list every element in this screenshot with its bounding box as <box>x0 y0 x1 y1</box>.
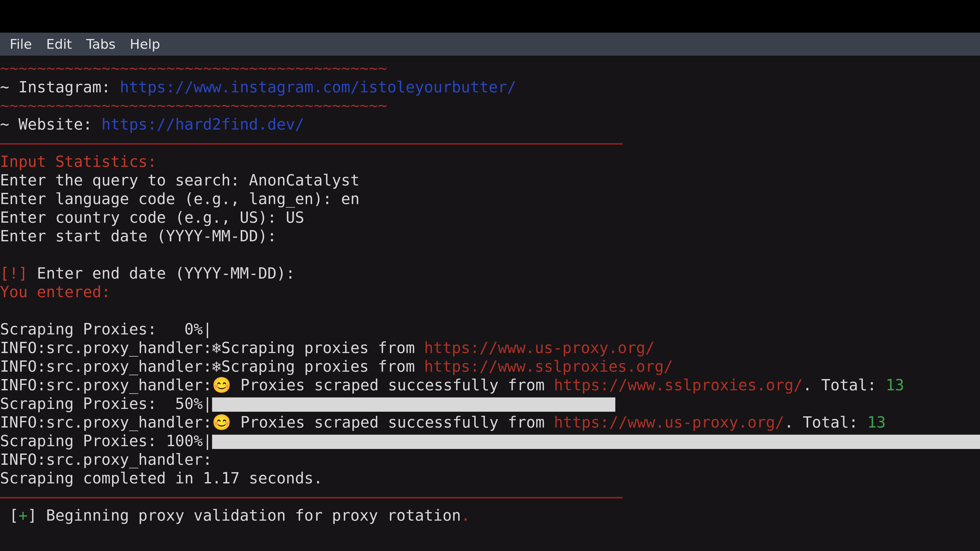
proxy-url-4: https://www.us-proxy.org/ <box>554 413 784 431</box>
scrape-completed: Scraping completed in 1.17 seconds. <box>0 469 980 487</box>
terminal-area[interactable]: ~~~~~~~~~~~~~~~~~~~~~~~~~~~~~~~~~~~~~~~~… <box>0 56 980 551</box>
divider-line <box>0 134 980 152</box>
log-line: INFO:src.proxy_handler:😊 Proxies scraped… <box>0 376 980 394</box>
menu-file[interactable]: File <box>3 34 39 54</box>
progress-bar-50 <box>212 397 615 412</box>
website-line: ~ Website: https://hard2find.dev/ <box>0 115 980 134</box>
menu-bar: File Edit Tabs Help <box>0 33 980 56</box>
progress-100: Scraping Proxies: 100%| <box>0 432 980 450</box>
prompt-start-date: Enter start date (YYYY-MM-DD): <box>0 227 980 245</box>
website-link[interactable]: https://hard2find.dev/ <box>101 115 304 133</box>
proxy-total-2: 13 <box>867 413 886 431</box>
progress-bar-100 <box>212 435 980 449</box>
proxy-url-3: https://www.sslproxies.org/ <box>554 376 803 394</box>
prompt-end-date: [!] Enter end date (YYYY-MM-DD): <box>0 264 980 283</box>
instagram-link[interactable]: https://www.instagram.com/istoleyourbutt… <box>120 78 516 96</box>
prompt-language: Enter language code (e.g., lang_en): en <box>0 189 980 208</box>
blank-line <box>0 245 980 264</box>
divider-dashes: ~~~~~~~~~~~~~~~~~~~~~~~~~~~~~~~~~~~~~~~~… <box>0 59 387 77</box>
log-line: INFO:src.proxy_handler: <box>0 450 980 469</box>
instagram-line: ~ Instagram: https://www.instagram.com/i… <box>0 78 980 97</box>
prompt-query: Enter the query to search: AnonCatalyst <box>0 171 980 189</box>
log-line: INFO:src.proxy_handler:❄Scraping proxies… <box>0 357 980 376</box>
progress-0: Scraping Proxies: 0%| <box>0 320 980 338</box>
log-line: INFO:src.proxy_handler:❄Scraping proxies… <box>0 338 980 357</box>
menu-tabs[interactable]: Tabs <box>79 34 123 54</box>
blank-line <box>0 301 980 320</box>
proxy-total-1: 13 <box>886 376 904 394</box>
you-entered-label: You entered: <box>0 283 110 301</box>
menu-edit[interactable]: Edit <box>39 34 79 54</box>
heading-input-statistics: Input Statistics: <box>0 152 157 170</box>
proxy-url-1: https://www.us-proxy.org/ <box>424 339 655 357</box>
status-begin-validation: [+] Beginning proxy validation for proxy… <box>0 506 980 525</box>
proxy-url-2: https://www.sslproxies.org/ <box>424 357 673 375</box>
window-titlebar <box>0 0 980 33</box>
progress-50: Scraping Proxies: 50%| <box>0 394 980 413</box>
log-line: INFO:src.proxy_handler:😊 Proxies scraped… <box>0 413 980 432</box>
prompt-country: Enter country code (e.g., US): US <box>0 208 980 227</box>
divider-line <box>0 487 980 506</box>
plus-icon: + <box>18 507 27 524</box>
divider-dashes: ~~~~~~~~~~~~~~~~~~~~~~~~~~~~~~~~~~~~~~~~… <box>0 97 387 114</box>
menu-help[interactable]: Help <box>123 34 167 54</box>
